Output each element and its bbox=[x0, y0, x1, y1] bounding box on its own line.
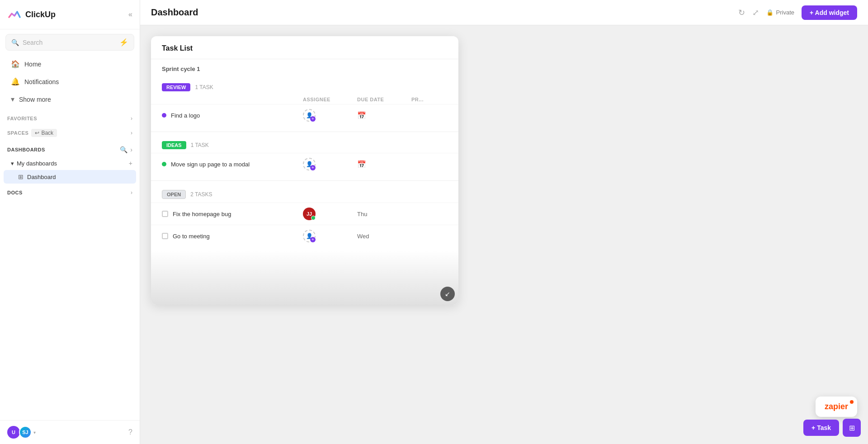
user-avatars[interactable]: U SJ ▾ bbox=[7, 426, 36, 439]
dashboards-label: DASHBOARDS bbox=[7, 147, 45, 152]
ideas-section: IDEAS 1 TASK Move sign up page to a moda… bbox=[151, 134, 458, 179]
task-checkbox[interactable] bbox=[162, 233, 168, 239]
assignee-jj-avatar: JJ bbox=[303, 208, 316, 220]
assignee-placeholder-avatar: 👤 bbox=[303, 158, 316, 170]
collapse-button[interactable]: « bbox=[128, 10, 132, 19]
person-icon: 👤 bbox=[306, 112, 313, 118]
expand-dashboards-icon[interactable]: › bbox=[130, 146, 132, 153]
sprint-label: Sprint cycle 1 bbox=[151, 59, 458, 76]
search-bar[interactable]: 🔍 Search ⚡ bbox=[5, 34, 134, 51]
avatar-sj[interactable]: SJ bbox=[19, 426, 32, 439]
add-widget-button[interactable]: + Add widget bbox=[802, 5, 857, 20]
person-icon: 👤 bbox=[306, 233, 313, 239]
due-date-cell: Wed bbox=[357, 233, 411, 240]
docs-section-header[interactable]: DOCS › bbox=[0, 186, 140, 199]
widget-overlay-bottom: ↙ bbox=[151, 250, 458, 305]
expand-icon[interactable]: ⤢ bbox=[752, 8, 759, 18]
sidebar-item-show-more[interactable]: ▾ Show more bbox=[4, 91, 136, 108]
table-row[interactable]: Find a logo 👤 📅 bbox=[151, 104, 458, 126]
search-placeholder: Search bbox=[23, 39, 116, 46]
task-name: Move sign up page to a modal bbox=[171, 161, 250, 168]
sidebar-item-label-notifications: Notifications bbox=[24, 78, 59, 85]
calendar-icon: 📅 bbox=[357, 111, 366, 120]
main-content: Dashboard ↻ ⤢ 🔒 Private + Add widget Tas… bbox=[140, 0, 868, 444]
favorites-label: FAVORITES bbox=[7, 116, 37, 121]
app-name: ClickUp bbox=[25, 10, 56, 19]
dashboard-area: Task List Sprint cycle 1 REVIEW 1 TASK A… bbox=[140, 25, 868, 444]
logo-area[interactable]: ClickUp bbox=[7, 7, 56, 22]
sidebar-item-dashboard[interactable]: ⊞ Dashboard bbox=[4, 170, 136, 184]
assignee-jj-initials: JJ bbox=[307, 211, 312, 217]
favorites-section-header[interactable]: FAVORITES › bbox=[0, 112, 140, 125]
open-section: OPEN 2 TASKS Fix the homepage bug JJ bbox=[151, 183, 458, 250]
private-label: Private bbox=[776, 9, 794, 16]
zapier-logo: zapier bbox=[825, 402, 848, 411]
section-divider bbox=[151, 180, 458, 181]
favorites-arrow-icon: › bbox=[131, 115, 132, 122]
dashboards-left: DASHBOARDS bbox=[7, 147, 45, 152]
table-row[interactable]: Go to meeting 👤 Wed bbox=[151, 225, 458, 247]
assignee-placeholder-avatar: 👤 bbox=[303, 109, 316, 122]
task-checkbox[interactable] bbox=[162, 211, 168, 217]
task-list-widget: Task List Sprint cycle 1 REVIEW 1 TASK A… bbox=[151, 36, 458, 305]
sidebar-footer: U SJ ▾ ? bbox=[0, 420, 140, 444]
sidebar-header: ClickUp « bbox=[0, 0, 140, 29]
sidebar-item-label-home: Home bbox=[24, 61, 41, 68]
back-label: Back bbox=[41, 130, 53, 136]
chevron-down-my-dashboards-icon: ▾ bbox=[11, 160, 14, 167]
zapier-widget[interactable]: zapier bbox=[816, 397, 857, 417]
spaces-left: SPACES ↩ Back bbox=[7, 129, 57, 137]
spaces-section-header[interactable]: SPACES ↩ Back › bbox=[0, 125, 140, 141]
add-task-button[interactable]: + Task bbox=[803, 420, 839, 436]
search-icon: 🔍 bbox=[11, 39, 19, 46]
sidebar-item-label-show-more: Show more bbox=[19, 96, 51, 103]
my-dashboards-left: ▾ My dashboards bbox=[11, 160, 57, 167]
search-dashboards-icon[interactable]: 🔍 bbox=[120, 146, 127, 153]
spaces-label: SPACES bbox=[7, 130, 28, 136]
task-name: Fix the homepage bug bbox=[173, 211, 231, 217]
lock-icon: 🔒 bbox=[766, 9, 774, 16]
widget-header: Task List bbox=[151, 36, 458, 59]
lightning-icon: ⚡ bbox=[119, 38, 128, 47]
task-name-cell: Fix the homepage bug bbox=[162, 211, 303, 217]
column-headers-review: ASSIGNEE DUE DATE PR... bbox=[151, 95, 458, 104]
open-section-label-row: OPEN 2 TASKS bbox=[151, 186, 458, 203]
ideas-status-badge: IDEAS bbox=[162, 141, 186, 149]
resize-icon: ↙ bbox=[445, 290, 450, 298]
bell-icon: 🔔 bbox=[11, 77, 20, 86]
priority-col-header: PR... bbox=[411, 97, 448, 102]
refresh-icon[interactable]: ↻ bbox=[738, 8, 745, 18]
my-dashboards-item[interactable]: ▾ My dashboards + bbox=[0, 157, 140, 170]
review-section-label-row: REVIEW 1 TASK bbox=[151, 80, 458, 95]
due-date-cell: 📅 bbox=[357, 111, 411, 120]
review-task-count: 1 TASK bbox=[195, 84, 213, 90]
sidebar-item-home[interactable]: 🏠 Home bbox=[4, 56, 136, 72]
assignee-cell: JJ bbox=[303, 208, 357, 220]
task-dot-purple bbox=[162, 113, 166, 118]
back-arrow-icon: ↩ bbox=[35, 130, 39, 136]
grid-view-button[interactable]: ⊞ bbox=[843, 419, 861, 437]
back-button[interactable]: ↩ Back bbox=[31, 129, 57, 137]
home-icon: 🏠 bbox=[11, 60, 20, 68]
table-row[interactable]: Fix the homepage bug JJ Thu bbox=[151, 203, 458, 225]
avatar-u[interactable]: U bbox=[7, 426, 20, 439]
task-name-cell: Find a logo bbox=[162, 112, 303, 119]
table-row[interactable]: Move sign up page to a modal 👤 📅 bbox=[151, 153, 458, 175]
due-date-cell: Thu bbox=[357, 211, 411, 217]
task-name-cell: Go to meeting bbox=[162, 233, 303, 240]
user-dropdown-arrow-icon[interactable]: ▾ bbox=[33, 430, 36, 435]
spaces-arrow-icon: › bbox=[131, 130, 132, 136]
sidebar-item-notifications[interactable]: 🔔 Notifications bbox=[4, 73, 136, 90]
resize-handle[interactable]: ↙ bbox=[440, 287, 455, 301]
assignee-col-header: ASSIGNEE bbox=[303, 97, 357, 102]
clickup-logo-icon bbox=[7, 7, 22, 22]
task-dot-green bbox=[162, 162, 166, 166]
due-date-col-header: DUE DATE bbox=[357, 97, 411, 102]
top-bar-actions: ↻ ⤢ 🔒 Private + Add widget bbox=[738, 5, 857, 20]
add-dashboard-icon[interactable]: + bbox=[129, 160, 132, 167]
dashboards-section-header[interactable]: DASHBOARDS 🔍 › bbox=[0, 142, 140, 157]
top-bar: Dashboard ↻ ⤢ 🔒 Private + Add widget bbox=[140, 0, 868, 25]
open-status-badge: OPEN bbox=[162, 190, 186, 199]
help-icon[interactable]: ? bbox=[128, 428, 132, 436]
private-badge[interactable]: 🔒 Private bbox=[766, 9, 794, 16]
